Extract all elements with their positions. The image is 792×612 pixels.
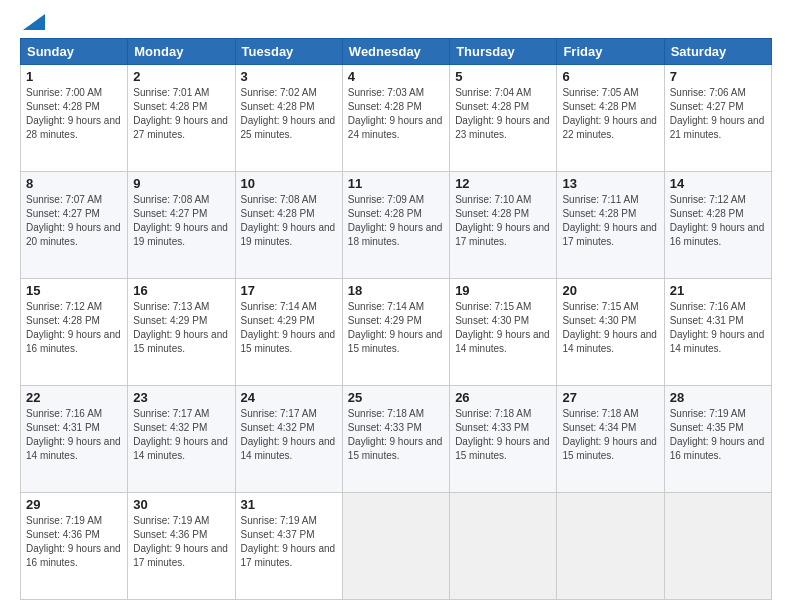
day-number: 2 [133,69,229,84]
day-number: 12 [455,176,551,191]
day-info: Sunrise: 7:08 AM Sunset: 4:27 PM Dayligh… [133,194,228,247]
day-number: 1 [26,69,122,84]
day-info: Sunrise: 7:16 AM Sunset: 4:31 PM Dayligh… [670,301,765,354]
calendar-cell: 14 Sunrise: 7:12 AM Sunset: 4:28 PM Dayl… [664,172,771,279]
day-number: 28 [670,390,766,405]
day-number: 6 [562,69,658,84]
day-info: Sunrise: 7:08 AM Sunset: 4:28 PM Dayligh… [241,194,336,247]
logo-icon [23,14,45,30]
calendar-cell: 25 Sunrise: 7:18 AM Sunset: 4:33 PM Dayl… [342,386,449,493]
calendar-cell [450,493,557,600]
calendar-cell: 3 Sunrise: 7:02 AM Sunset: 4:28 PM Dayli… [235,65,342,172]
calendar-cell: 13 Sunrise: 7:11 AM Sunset: 4:28 PM Dayl… [557,172,664,279]
day-number: 15 [26,283,122,298]
day-info: Sunrise: 7:10 AM Sunset: 4:28 PM Dayligh… [455,194,550,247]
day-number: 19 [455,283,551,298]
day-info: Sunrise: 7:15 AM Sunset: 4:30 PM Dayligh… [455,301,550,354]
day-number: 17 [241,283,337,298]
day-info: Sunrise: 7:02 AM Sunset: 4:28 PM Dayligh… [241,87,336,140]
col-header-monday: Monday [128,39,235,65]
calendar-cell: 18 Sunrise: 7:14 AM Sunset: 4:29 PM Dayl… [342,279,449,386]
day-number: 4 [348,69,444,84]
calendar-cell: 28 Sunrise: 7:19 AM Sunset: 4:35 PM Dayl… [664,386,771,493]
day-info: Sunrise: 7:19 AM Sunset: 4:36 PM Dayligh… [133,515,228,568]
day-number: 30 [133,497,229,512]
day-number: 22 [26,390,122,405]
calendar-table: SundayMondayTuesdayWednesdayThursdayFrid… [20,38,772,600]
calendar-cell: 15 Sunrise: 7:12 AM Sunset: 4:28 PM Dayl… [21,279,128,386]
day-number: 26 [455,390,551,405]
day-info: Sunrise: 7:19 AM Sunset: 4:36 PM Dayligh… [26,515,121,568]
svg-marker-0 [23,14,45,30]
calendar-cell: 8 Sunrise: 7:07 AM Sunset: 4:27 PM Dayli… [21,172,128,279]
day-number: 31 [241,497,337,512]
calendar-cell: 29 Sunrise: 7:19 AM Sunset: 4:36 PM Dayl… [21,493,128,600]
day-info: Sunrise: 7:12 AM Sunset: 4:28 PM Dayligh… [26,301,121,354]
calendar-cell: 7 Sunrise: 7:06 AM Sunset: 4:27 PM Dayli… [664,65,771,172]
col-header-saturday: Saturday [664,39,771,65]
calendar-cell: 10 Sunrise: 7:08 AM Sunset: 4:28 PM Dayl… [235,172,342,279]
day-number: 14 [670,176,766,191]
day-number: 5 [455,69,551,84]
day-number: 16 [133,283,229,298]
day-number: 21 [670,283,766,298]
calendar-cell: 27 Sunrise: 7:18 AM Sunset: 4:34 PM Dayl… [557,386,664,493]
day-info: Sunrise: 7:19 AM Sunset: 4:37 PM Dayligh… [241,515,336,568]
col-header-tuesday: Tuesday [235,39,342,65]
calendar-cell: 23 Sunrise: 7:17 AM Sunset: 4:32 PM Dayl… [128,386,235,493]
calendar-cell [664,493,771,600]
day-info: Sunrise: 7:14 AM Sunset: 4:29 PM Dayligh… [241,301,336,354]
day-number: 9 [133,176,229,191]
day-info: Sunrise: 7:17 AM Sunset: 4:32 PM Dayligh… [133,408,228,461]
day-number: 3 [241,69,337,84]
day-number: 27 [562,390,658,405]
day-number: 13 [562,176,658,191]
day-number: 20 [562,283,658,298]
calendar-cell: 19 Sunrise: 7:15 AM Sunset: 4:30 PM Dayl… [450,279,557,386]
day-info: Sunrise: 7:12 AM Sunset: 4:28 PM Dayligh… [670,194,765,247]
calendar-cell: 26 Sunrise: 7:18 AM Sunset: 4:33 PM Dayl… [450,386,557,493]
day-info: Sunrise: 7:00 AM Sunset: 4:28 PM Dayligh… [26,87,121,140]
calendar-cell: 5 Sunrise: 7:04 AM Sunset: 4:28 PM Dayli… [450,65,557,172]
calendar-cell: 21 Sunrise: 7:16 AM Sunset: 4:31 PM Dayl… [664,279,771,386]
calendar-cell: 30 Sunrise: 7:19 AM Sunset: 4:36 PM Dayl… [128,493,235,600]
day-info: Sunrise: 7:16 AM Sunset: 4:31 PM Dayligh… [26,408,121,461]
calendar-cell: 22 Sunrise: 7:16 AM Sunset: 4:31 PM Dayl… [21,386,128,493]
calendar-cell: 20 Sunrise: 7:15 AM Sunset: 4:30 PM Dayl… [557,279,664,386]
day-number: 7 [670,69,766,84]
day-info: Sunrise: 7:19 AM Sunset: 4:35 PM Dayligh… [670,408,765,461]
day-number: 29 [26,497,122,512]
day-number: 10 [241,176,337,191]
day-info: Sunrise: 7:18 AM Sunset: 4:33 PM Dayligh… [455,408,550,461]
logo [20,16,45,30]
calendar-cell: 16 Sunrise: 7:13 AM Sunset: 4:29 PM Dayl… [128,279,235,386]
day-info: Sunrise: 7:15 AM Sunset: 4:30 PM Dayligh… [562,301,657,354]
day-info: Sunrise: 7:13 AM Sunset: 4:29 PM Dayligh… [133,301,228,354]
day-info: Sunrise: 7:07 AM Sunset: 4:27 PM Dayligh… [26,194,121,247]
calendar-cell: 31 Sunrise: 7:19 AM Sunset: 4:37 PM Dayl… [235,493,342,600]
day-number: 11 [348,176,444,191]
day-info: Sunrise: 7:04 AM Sunset: 4:28 PM Dayligh… [455,87,550,140]
calendar-cell: 6 Sunrise: 7:05 AM Sunset: 4:28 PM Dayli… [557,65,664,172]
day-info: Sunrise: 7:06 AM Sunset: 4:27 PM Dayligh… [670,87,765,140]
day-info: Sunrise: 7:09 AM Sunset: 4:28 PM Dayligh… [348,194,443,247]
col-header-friday: Friday [557,39,664,65]
day-number: 24 [241,390,337,405]
day-info: Sunrise: 7:17 AM Sunset: 4:32 PM Dayligh… [241,408,336,461]
day-info: Sunrise: 7:01 AM Sunset: 4:28 PM Dayligh… [133,87,228,140]
day-info: Sunrise: 7:03 AM Sunset: 4:28 PM Dayligh… [348,87,443,140]
col-header-thursday: Thursday [450,39,557,65]
day-info: Sunrise: 7:18 AM Sunset: 4:34 PM Dayligh… [562,408,657,461]
header [20,16,772,30]
day-number: 25 [348,390,444,405]
col-header-wednesday: Wednesday [342,39,449,65]
day-info: Sunrise: 7:05 AM Sunset: 4:28 PM Dayligh… [562,87,657,140]
calendar-cell [557,493,664,600]
calendar-cell: 4 Sunrise: 7:03 AM Sunset: 4:28 PM Dayli… [342,65,449,172]
day-info: Sunrise: 7:18 AM Sunset: 4:33 PM Dayligh… [348,408,443,461]
col-header-sunday: Sunday [21,39,128,65]
calendar-cell: 17 Sunrise: 7:14 AM Sunset: 4:29 PM Dayl… [235,279,342,386]
calendar-cell: 9 Sunrise: 7:08 AM Sunset: 4:27 PM Dayli… [128,172,235,279]
day-number: 18 [348,283,444,298]
calendar-cell: 2 Sunrise: 7:01 AM Sunset: 4:28 PM Dayli… [128,65,235,172]
